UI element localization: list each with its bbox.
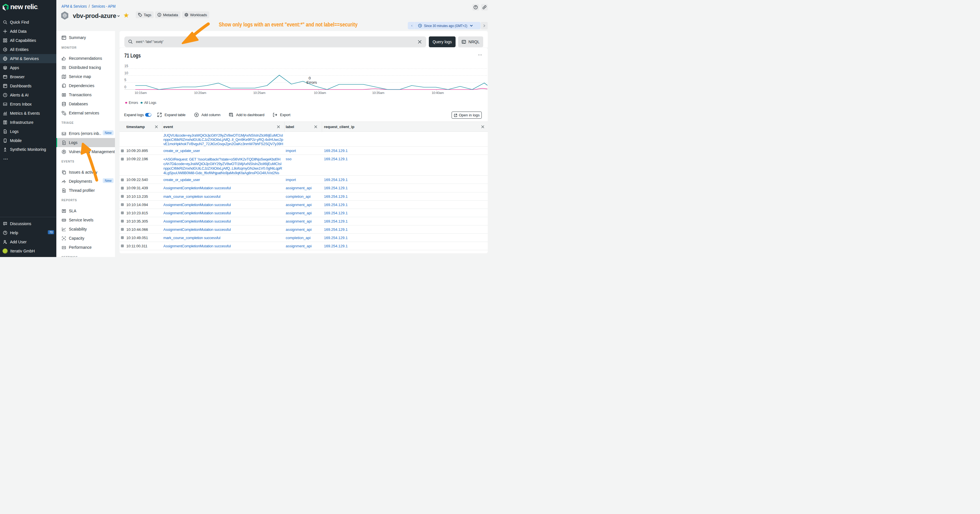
svg-text:10:40am: 10:40am (432, 91, 444, 94)
svg-text:10:30am: 10:30am (314, 91, 326, 94)
svg-text:10:35am: 10:35am (372, 91, 385, 94)
svg-text:10:15am: 10:15am (135, 91, 147, 94)
svg-text:10:20am: 10:20am (194, 91, 206, 94)
svg-text:5: 5 (124, 78, 126, 82)
svg-text:15: 15 (124, 64, 128, 68)
svg-text:0: 0 (124, 85, 126, 89)
svg-text:10: 10 (124, 71, 128, 75)
svg-text:10:25am: 10:25am (253, 91, 266, 94)
